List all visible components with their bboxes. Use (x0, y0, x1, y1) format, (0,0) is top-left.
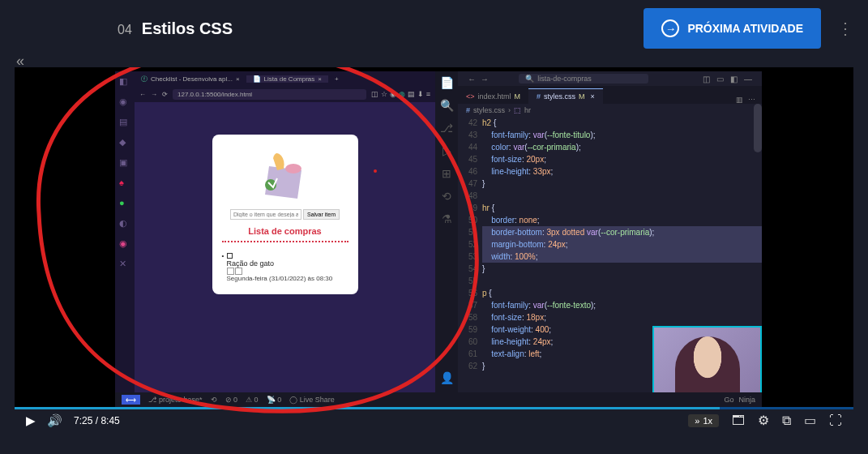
scrollbar[interactable] (754, 104, 762, 152)
ext-icon[interactable]: ☆ (381, 90, 387, 98)
checkbox[interactable] (227, 253, 233, 259)
breadcrumb[interactable]: #styles.css›⬚hr (458, 104, 762, 117)
arrow-right-icon: → (661, 19, 679, 37)
sync-icon[interactable]: ⟲ (211, 396, 217, 404)
editor-tabs: <>index.htmlM #styles.cssM× ▥⋯ (458, 86, 762, 104)
edit-icon[interactable] (227, 268, 234, 275)
ff-icon[interactable]: ▣ (119, 157, 130, 169)
ff-icon[interactable]: ● (119, 198, 130, 209)
delete-icon[interactable] (235, 268, 242, 275)
line-gutter: 4243444546474849505152535455565758596061… (458, 117, 482, 407)
ext-icon[interactable]: ◫ (371, 90, 378, 98)
speed-button[interactable]: »1x (688, 414, 719, 427)
search-icon: 🔍 (525, 75, 534, 83)
back-icon[interactable]: ← (468, 75, 476, 84)
ext-icon[interactable]: ▤ (408, 90, 415, 98)
ext-icon[interactable]: ⬇ (417, 90, 424, 98)
ff-icon[interactable]: ✕ (119, 259, 130, 270)
explorer-icon[interactable]: 📄 (440, 76, 454, 89)
ff-icon[interactable]: ◐ (119, 218, 130, 229)
ext-icon[interactable]: ◉ (390, 90, 396, 98)
test-icon[interactable]: ⚗ (442, 212, 452, 225)
editor-tab[interactable]: <>index.htmlM (458, 89, 528, 104)
command-center[interactable]: 🔍lista-de-compras (519, 74, 648, 84)
next-label: PRÓXIMA ATIVIDADE (687, 22, 803, 35)
remote-icon[interactable]: ⟲ (442, 190, 451, 203)
address-bar-row: ← → ⟳ 127.0.0.1:5500/index.html ◫☆◉◍▤⬇≡ (135, 86, 435, 102)
volume-icon[interactable]: 🔊 (47, 413, 62, 428)
fullscreen-icon[interactable]: ⛶ (829, 413, 842, 428)
item-date: Segunda-feira (31/01/2022) às 08:30 (227, 275, 348, 283)
new-tab-button[interactable]: + (328, 75, 345, 83)
page-viewport: Salvar item Lista de compras • Ração de … (135, 102, 435, 407)
ff-icon[interactable]: ♠ (119, 178, 130, 189)
video-controls: ▶ 🔊 7:25 / 8:45 »1x 🗔 ⚙ ⧉ ▭ ⛶ (15, 407, 853, 431)
ff-icon[interactable]: ◉ (119, 238, 130, 250)
editor-tab-active[interactable]: #styles.cssM× (528, 88, 603, 104)
reload-icon[interactable]: ⟳ (162, 91, 168, 98)
item-controls (227, 268, 348, 275)
time-display: 7:25 / 8:45 (74, 415, 120, 426)
firefox-sidebar: ◧ ◉ ▤ ◆ ▣ ♠ ● ◐ ◉ ✕ (115, 71, 135, 407)
address-bar[interactable]: 127.0.0.1:5500/index.html (173, 89, 366, 100)
back-icon[interactable]: ← (139, 91, 146, 98)
lesson-number: 04 (118, 23, 132, 37)
split-icon[interactable]: ▥ (736, 96, 743, 104)
video-player[interactable]: ◧ ◉ ▤ ◆ ▣ ♠ ● ◐ ◉ ✕ ⓕChecklist - Desenvo… (15, 67, 853, 431)
theater-icon[interactable]: ▭ (804, 413, 816, 428)
lesson-name: Estilos CSS (142, 19, 233, 38)
svg-point-1 (285, 164, 301, 173)
card-divider (222, 241, 348, 242)
ff-icon[interactable]: ▤ (119, 117, 130, 128)
ext-icon[interactable]: ◍ (399, 90, 405, 98)
vscode-window: 📄 🔍 ⎇ ▷ ⊞ ⟲ ⚗ 👤 ⚙ ←→ 🔍lista-de-compras ◫… (435, 71, 762, 407)
title-bar: ←→ 🔍lista-de-compras ◫▭◧— (458, 71, 762, 86)
item-name: Ração de gato (227, 259, 348, 268)
ff-icon[interactable]: ◉ (119, 96, 130, 108)
errors[interactable]: ⊘ 0 (225, 396, 238, 404)
browser-window: ◧ ◉ ▤ ◆ ▣ ♠ ● ◐ ◉ ✕ ⓕChecklist - Desenvo… (115, 71, 435, 407)
layout-icon[interactable]: ▭ (716, 75, 724, 84)
git-branch[interactable]: ⎇ projeto-base* (148, 396, 203, 404)
save-item-button[interactable]: Salvar item (303, 209, 340, 220)
shopping-card: Salvar item Lista de compras • Ração de … (212, 135, 358, 294)
layout-icon[interactable]: ◫ (703, 75, 710, 84)
more-icon[interactable]: ⋯ (748, 96, 755, 104)
pip-icon[interactable]: ⧉ (782, 413, 791, 428)
forward-icon[interactable]: → (151, 91, 157, 98)
gear-icon[interactable]: ⚙ (758, 413, 769, 428)
minimize-icon[interactable]: — (744, 75, 752, 84)
live-share[interactable]: ◯ Live Share (289, 396, 335, 404)
vscode-statusbar: ⟷ ⎇ projeto-base* ⟲ ⊘ 0 ⚠ 0 📡 0 ◯ Live S… (115, 392, 762, 407)
ext-icon[interactable]: ≡ (426, 90, 430, 98)
ext-icon[interactable]: ⊞ (442, 167, 451, 180)
ports[interactable]: 📡 0 (267, 396, 282, 404)
next-activity-button[interactable]: → PRÓXIMA ATIVIDADE (644, 8, 821, 49)
activity-bar: 📄 🔍 ⎇ ▷ ⊞ ⟲ ⚗ 👤 ⚙ (435, 71, 458, 407)
remote-indicator[interactable]: ⟷ (122, 395, 140, 405)
bag-illustration (253, 146, 318, 203)
close-icon[interactable]: × (591, 92, 595, 101)
ff-icon[interactable]: ◧ (119, 76, 130, 88)
browser-tabs: ⓕChecklist - Desenvolva apl...× 📄Lista d… (135, 71, 435, 86)
forward-icon[interactable]: → (481, 75, 489, 84)
item-input[interactable] (230, 209, 301, 220)
ff-icon[interactable]: ◆ (119, 137, 130, 148)
browser-tab[interactable]: ⓕChecklist - Desenvolva apl...× (135, 75, 246, 84)
captions-icon[interactable]: 🗔 (732, 413, 745, 428)
progress-bar[interactable] (15, 407, 720, 409)
card-heading: Lista de compras (222, 226, 348, 236)
browser-tab-active[interactable]: 📄Lista de Compras× (246, 75, 328, 83)
lesson-title: 04 Estilos CSS (118, 19, 233, 38)
warnings[interactable]: ⚠ 0 (246, 396, 259, 404)
layout-icon[interactable]: ◧ (730, 75, 738, 84)
debug-icon[interactable]: ▷ (443, 144, 451, 157)
scm-icon[interactable]: ⎇ (440, 122, 453, 135)
play-button[interactable]: ▶ (26, 413, 36, 428)
more-menu-icon[interactable]: ⋮ (837, 19, 852, 38)
search-icon[interactable]: 🔍 (440, 99, 454, 112)
account-icon[interactable]: 👤 (440, 371, 454, 384)
